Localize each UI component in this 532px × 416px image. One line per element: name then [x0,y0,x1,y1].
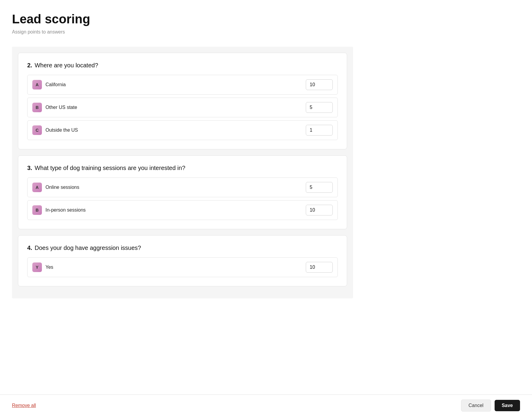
save-button[interactable]: Save [495,400,520,411]
remove-all-button[interactable]: Remove all [12,403,36,408]
answer-row-q2-a2: BIn-person sessions [27,200,338,220]
answer-text-q2-a1: Online sessions [45,185,302,190]
question-number-1: 2. [27,62,32,69]
answer-row-q1-a3: COutside the US [27,120,338,140]
question-number-2: 3. [27,165,32,171]
answer-badge-q1-a2: B [32,103,42,112]
answer-text-q1-a3: Outside the US [45,127,302,133]
score-input-q1-a1[interactable] [306,79,333,90]
answer-text-q1-a2: Other US state [45,105,302,110]
answer-row-q3-a1: YYes [27,257,338,277]
question-card-2: 3. What type of dog training sessions ar… [18,155,347,229]
question-text-3: Does your dog have aggression issues? [35,245,141,251]
answer-text-q3-a1: Yes [45,265,302,270]
score-input-q2-a1[interactable] [306,182,333,193]
question-card-3: 4. Does your dog have aggression issues?… [18,235,347,286]
page-container: Lead scoring Assign points to answers 2.… [0,0,365,328]
answer-badge-q2-a1: A [32,183,42,192]
answer-badge-q2-a2: B [32,205,42,215]
content-area: 2. Where are you located?ACaliforniaBOth… [12,47,353,298]
question-text-2: What type of dog training sessions are y… [35,165,186,171]
question-card-1: 2. Where are you located?ACaliforniaBOth… [18,53,347,149]
score-input-q1-a3[interactable] [306,125,333,136]
answer-row-q1-a1: ACalifornia [27,75,338,95]
answer-badge-q1-a3: C [32,125,42,135]
answer-text-q1-a1: California [45,82,302,87]
answer-row-q2-a1: AOnline sessions [27,177,338,197]
score-input-q2-a2[interactable] [306,205,333,215]
answer-row-q1-a2: BOther US state [27,98,338,117]
page-subtitle: Assign points to answers [12,29,353,35]
score-input-q3-a1[interactable] [306,262,333,273]
question-number-3: 4. [27,245,32,251]
cancel-button[interactable]: Cancel [461,400,491,412]
question-header-1: 2. Where are you located? [27,62,338,69]
answer-badge-q3-a1: Y [32,262,42,272]
footer-bar: Remove all Cancel Save [0,394,532,416]
question-text-1: Where are you located? [35,62,98,69]
page-title: Lead scoring [12,12,353,26]
answer-badge-q1-a1: A [32,80,42,89]
score-input-q1-a2[interactable] [306,102,333,113]
question-header-2: 3. What type of dog training sessions ar… [27,165,338,171]
answer-text-q2-a2: In-person sessions [45,207,302,213]
footer-buttons: Cancel Save [461,400,520,412]
question-header-3: 4. Does your dog have aggression issues? [27,245,338,251]
